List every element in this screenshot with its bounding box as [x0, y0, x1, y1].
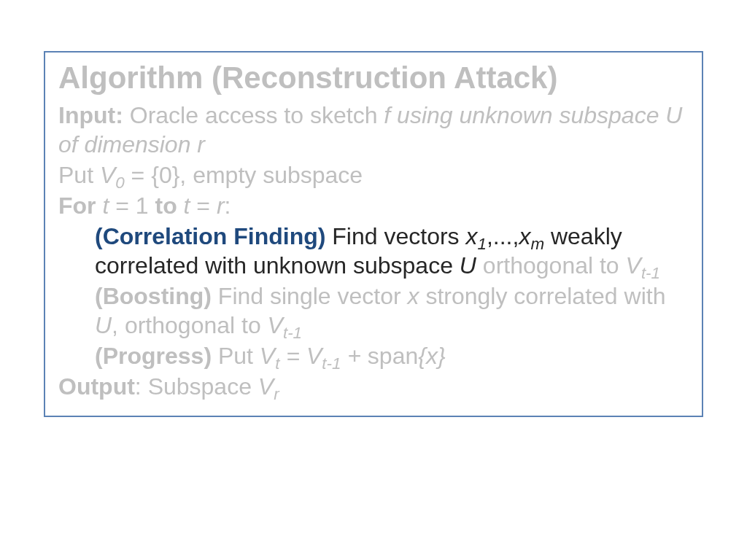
put-rest: = {0}, empty subspace [125, 162, 363, 188]
algorithm-title: Algorithm (Reconstruction Attack) [58, 61, 689, 95]
pr-t: t [275, 354, 279, 373]
v0-sub: 0 [115, 174, 124, 192]
input-text: Oracle access to sketch [123, 102, 384, 128]
for-colon: : [225, 192, 231, 219]
bo-x: x [408, 283, 419, 309]
v0-v: V [100, 162, 115, 188]
bo-find: Find single vector [212, 283, 408, 309]
for-r: r [217, 192, 225, 219]
pr-put: Put [212, 343, 260, 369]
cf-x1: x [465, 223, 477, 249]
bo-t1: t-1 [283, 324, 302, 342]
cf-sub1: 1 [477, 235, 486, 253]
put-word: Put [58, 162, 100, 188]
pr-t1: t-1 [322, 354, 341, 373]
for-line: For t = 1 to t = r: [58, 191, 689, 220]
cf-find: Find vectors [325, 223, 465, 249]
for-eq2: = [190, 192, 216, 219]
pr-plus: + [341, 343, 367, 369]
for-t2: t [177, 192, 190, 219]
pr-v2: V [306, 343, 322, 369]
cf-xm: x [519, 223, 530, 249]
pr-v: V [260, 343, 275, 369]
cf-orth: orthogonal to [476, 252, 626, 279]
bo-strong: strongly correlated with [419, 283, 666, 309]
algorithm-box: Algorithm (Reconstruction Attack) Input:… [44, 51, 703, 417]
out-r: r [274, 385, 279, 403]
for-eq1: = 1 [109, 192, 155, 219]
cf-label: (Correlation Finding) [95, 223, 325, 249]
pr-eq: = [279, 343, 306, 369]
cf-t1: t-1 [641, 264, 660, 282]
for-kw: For [58, 192, 96, 219]
progress-line: (Progress) Put Vt = Vt-1 + span{x} [95, 341, 689, 370]
out-label: Output [58, 373, 135, 400]
input-line: Input: Oracle access to sketch f using u… [58, 101, 689, 159]
bo-label: (Boosting) [95, 283, 212, 309]
input-label: Input: [58, 102, 123, 128]
pr-braces: {x} [418, 343, 445, 369]
cf-v: V [626, 252, 641, 279]
put-line: Put V0 = {0}, empty subspace [58, 160, 689, 190]
boosting-line: (Boosting) Find single vector x strongly… [95, 281, 689, 340]
pr-label: (Progress) [95, 343, 212, 369]
correlation-line: (Correlation Finding) Find vectors x1,..… [95, 222, 689, 280]
bo-v: V [268, 312, 283, 338]
out-v: V [258, 373, 274, 400]
output-line: Output: Subspace Vr [58, 372, 689, 401]
out-colon: : Subspace [135, 373, 258, 400]
cf-u: U [460, 252, 476, 279]
bo-orth: , orthogonal to [112, 312, 267, 338]
bo-u: U [95, 312, 112, 338]
for-t1: t [96, 192, 109, 219]
to-kw: to [155, 192, 177, 219]
pr-span: span [368, 343, 418, 369]
cf-dots: ,..., [487, 223, 519, 249]
cf-subm: m [530, 235, 544, 253]
slide: Algorithm (Reconstruction Attack) Input:… [0, 0, 747, 560]
